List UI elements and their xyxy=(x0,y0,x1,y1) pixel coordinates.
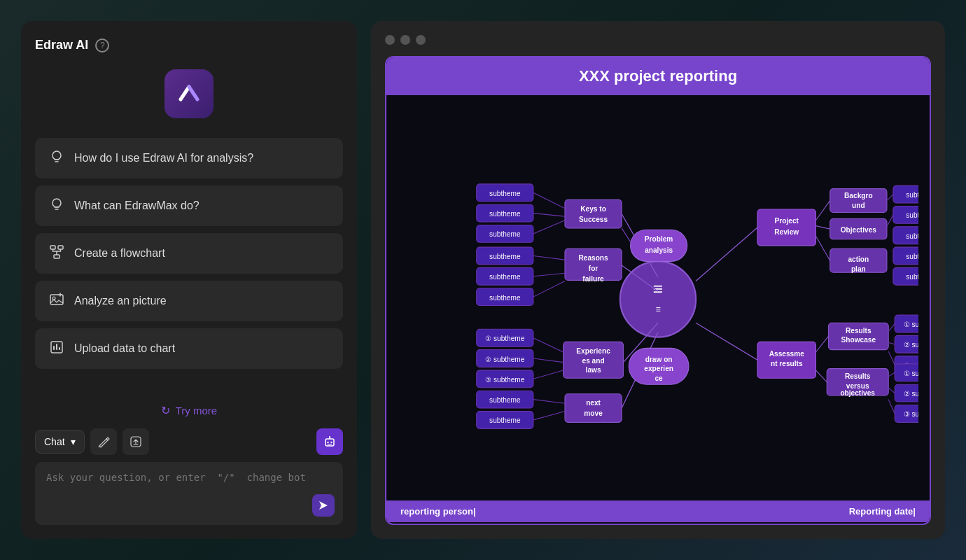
svg-text:draw on: draw on xyxy=(645,356,673,363)
svg-rect-5 xyxy=(58,246,63,249)
svg-text:subtheme: subtheme xyxy=(906,191,918,199)
svg-line-69 xyxy=(533,400,565,404)
svg-text:Assessme: Assessme xyxy=(769,350,804,358)
svg-text:objectives: objectives xyxy=(840,389,875,397)
svg-text:Results: Results xyxy=(846,327,872,335)
svg-text:Success: Success xyxy=(579,216,608,223)
svg-line-128 xyxy=(888,372,895,377)
app-title: Edraw AI xyxy=(35,38,88,52)
svg-line-1 xyxy=(189,87,197,99)
svg-point-2 xyxy=(52,151,61,160)
menu-icon-picture xyxy=(49,292,64,310)
svg-text:Project: Project xyxy=(775,217,799,225)
svg-text:subtheme: subtheme xyxy=(489,210,521,218)
menu-item-analysis[interactable]: How do I use Edraw AI for analysis? xyxy=(35,138,343,178)
svg-text:subtheme: subtheme xyxy=(489,396,521,404)
svg-text:Results: Results xyxy=(845,372,871,380)
ai-assistant-button[interactable] xyxy=(316,428,343,455)
svg-text:und: und xyxy=(852,202,865,209)
send-icon xyxy=(318,500,329,511)
svg-line-59 xyxy=(533,358,564,363)
svg-point-14 xyxy=(329,436,330,438)
chat-mode-selector[interactable]: Chat ▾ xyxy=(35,430,85,454)
menu-item-edrawmax[interactable]: What can EdrawMax do? xyxy=(35,186,343,226)
edit-icon xyxy=(97,435,110,448)
menu-item-flowchart[interactable]: Create a flowchart xyxy=(35,233,343,274)
upload-button[interactable] xyxy=(122,428,149,455)
menu-item-chart[interactable]: Upload data to chart xyxy=(35,328,343,369)
svg-text:experien: experien xyxy=(644,365,673,372)
svg-line-111 xyxy=(816,336,828,352)
chat-input[interactable] xyxy=(46,472,332,494)
diagram-body: ≡ ≡ Keys to Success subtheme subtheme xyxy=(386,95,930,522)
menu-icon-edrawmax xyxy=(49,197,64,215)
svg-text:Showcase: Showcase xyxy=(841,336,876,344)
menu-icon-flowchart xyxy=(49,244,64,262)
help-icon[interactable]: ? xyxy=(95,38,109,52)
menu-icon-chart xyxy=(49,340,64,358)
svg-text:failure: failure xyxy=(582,275,604,283)
diagram-title: XXX project reporting xyxy=(579,67,737,85)
window-dots xyxy=(385,35,931,45)
svg-text:Experienc: Experienc xyxy=(576,347,610,355)
svg-line-48 xyxy=(622,228,630,241)
svg-line-38 xyxy=(533,255,565,260)
refresh-icon: ↻ xyxy=(161,404,170,417)
mindmap-svg: ≡ ≡ Keys to Success subtheme subtheme xyxy=(398,102,918,515)
footer-reporter: reporting person| xyxy=(400,506,476,517)
svg-line-114 xyxy=(888,323,895,331)
svg-text:② subtheme: ② subtheme xyxy=(904,341,918,349)
svg-text:① subtheme: ① subtheme xyxy=(485,335,525,342)
diagram-title-bar: XXX project reporting xyxy=(386,57,930,95)
svg-point-13 xyxy=(330,442,332,443)
window-dot-1 xyxy=(385,35,395,45)
logo-container xyxy=(35,69,343,118)
svg-rect-7 xyxy=(50,295,63,304)
svg-point-3 xyxy=(52,199,61,207)
svg-text:analysis: analysis xyxy=(645,246,673,254)
send-button[interactable] xyxy=(312,494,335,517)
svg-line-90 xyxy=(816,226,830,230)
window-dot-2 xyxy=(400,35,410,45)
footer-date: Reporting date| xyxy=(849,506,916,517)
svg-text:Reasons: Reasons xyxy=(578,254,608,262)
diagram-container: XXX project reporting ≡ ≡ Keys to Succes… xyxy=(385,56,931,525)
svg-text:② subtheme: ② subtheme xyxy=(485,356,525,363)
try-more-button[interactable]: ↻ Try more xyxy=(35,404,343,417)
menu-items: How do I use Edraw AI for analysis? What… xyxy=(35,138,343,393)
logo-icon xyxy=(175,80,203,108)
svg-text:③ subtheme: ③ subtheme xyxy=(904,410,918,418)
svg-text:Problem: Problem xyxy=(645,235,673,243)
lightbulb-icon xyxy=(49,149,64,164)
chat-input-area xyxy=(35,462,343,525)
svg-line-87 xyxy=(887,195,893,201)
svg-line-131 xyxy=(888,388,895,393)
svg-text:Backgro: Backgro xyxy=(844,192,873,200)
svg-text:subtheme: subtheme xyxy=(489,294,521,302)
svg-line-80 xyxy=(696,227,757,281)
svg-text:nt results: nt results xyxy=(771,360,803,368)
panel-header: Edraw AI ? xyxy=(35,38,343,52)
svg-text:subtheme: subtheme xyxy=(489,230,521,238)
svg-text:Objectives: Objectives xyxy=(841,226,877,234)
diagram-footer: reporting person| Reporting date| xyxy=(386,500,930,522)
svg-rect-18 xyxy=(565,200,622,228)
left-panel: Edraw AI ? How do I u xyxy=(21,21,357,539)
svg-line-30 xyxy=(533,220,565,234)
svg-line-44 xyxy=(533,281,565,298)
svg-text:subtheme: subtheme xyxy=(489,416,521,424)
svg-line-56 xyxy=(533,338,564,352)
svg-text:ce: ce xyxy=(654,374,663,382)
svg-text:① subtheme: ① subtheme xyxy=(904,370,918,377)
menu-item-picture[interactable]: Analyze an picture xyxy=(35,281,343,321)
upload-icon xyxy=(130,435,142,448)
svg-text:subtheme: subtheme xyxy=(906,211,918,219)
svg-line-84 xyxy=(816,201,830,220)
chart-icon xyxy=(49,340,64,355)
svg-line-41 xyxy=(533,273,565,276)
svg-text:Review: Review xyxy=(774,228,799,236)
new-chat-button[interactable] xyxy=(90,428,117,455)
svg-line-93 xyxy=(887,215,893,227)
svg-text:move: move xyxy=(584,410,603,417)
svg-line-117 xyxy=(888,342,895,344)
